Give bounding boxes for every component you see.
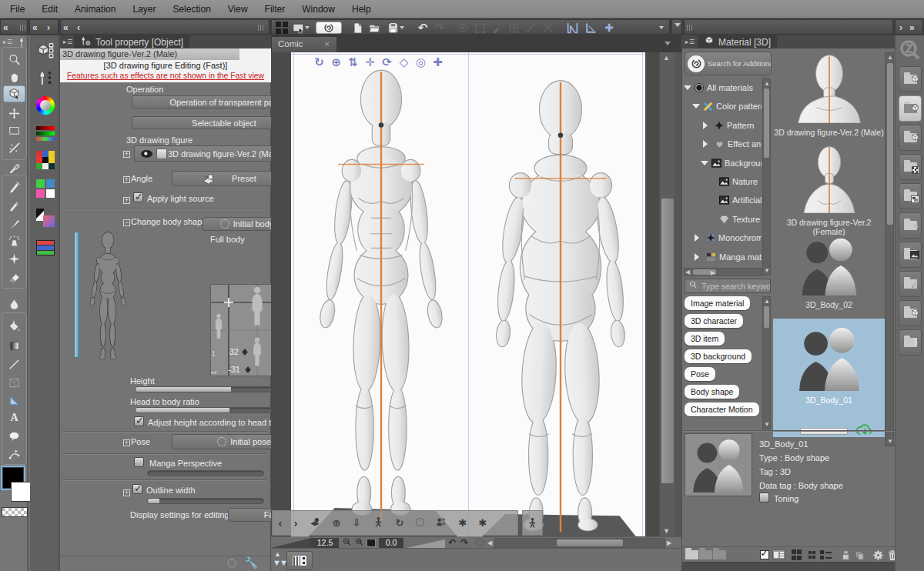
timeline-palette-button[interactable]: [286, 551, 313, 570]
material-folder-tab-folder-3d-b[interactable]: [899, 95, 922, 122]
launcher-next-button[interactable]: ›: [288, 512, 303, 534]
tree-item-monochromat[interactable]: Monochromat: [684, 229, 762, 247]
horizontal-scrollbar[interactable]: [494, 538, 665, 548]
gizmo-zoom-camera-icon[interactable]: ⇅: [346, 55, 360, 69]
checked-box-icon[interactable]: ✓: [758, 549, 771, 561]
canvas-tab-comic[interactable]: Comic✕: [271, 36, 337, 52]
outline-width-checkbox[interactable]: [132, 484, 142, 494]
tool-blend[interactable]: [3, 296, 25, 312]
tool-zoom[interactable]: [3, 51, 25, 68]
menu-filter[interactable]: Filter: [256, 4, 294, 15]
vertical-scrollbar[interactable]: ▲▼: [659, 52, 675, 536]
material-item[interactable]: 3D drawing figure-Ver.2 (Female): [773, 142, 885, 230]
transform-frame-icon[interactable]: [472, 21, 487, 35]
palette-color-set-icon[interactable]: [34, 149, 57, 172]
switch-screen-icon[interactable]: [290, 21, 306, 35]
snap-ruler-icon[interactable]: [564, 21, 580, 35]
material-folder-tab-folder-3d-c[interactable]: [899, 125, 922, 151]
menu-animation[interactable]: Animation: [66, 4, 124, 15]
expand-box-icon[interactable]: +: [123, 439, 130, 446]
switch-screen-dropdown-arrow[interactable]: [305, 26, 310, 32]
gizmo-move-object-icon[interactable]: ✛: [363, 55, 377, 69]
redo-icon[interactable]: ↷: [460, 537, 468, 548]
tree-item-pattern[interactable]: Pattern: [684, 116, 754, 135]
tool-fill[interactable]: [3, 318, 25, 335]
material-folder-tab-folder-3d-a[interactable]: [899, 66, 922, 92]
panel-menu-icon[interactable]: ▸☰: [3, 38, 13, 45]
palette-timeline-icon[interactable]: [34, 236, 57, 259]
grid-large-icon[interactable]: [790, 549, 803, 561]
tool-figure[interactable]: [3, 392, 25, 409]
gizmo-pan-camera-icon[interactable]: ⊕: [330, 55, 343, 69]
material-vertical-scrollbar[interactable]: ▲▼: [885, 52, 894, 446]
tool-airbrush[interactable]: [3, 232, 25, 249]
tree-horizontal-scrollbar[interactable]: ◀▶: [684, 268, 762, 276]
tool-decoration[interactable]: [3, 250, 25, 267]
launcher-joint-lock-a-button[interactable]: ✱: [453, 512, 473, 534]
launcher-focus-button[interactable]: ⊕: [326, 512, 346, 534]
background-color-swatch[interactable]: [11, 482, 31, 502]
scrollbar-thumb[interactable]: ▶: [693, 269, 716, 275]
tool-frame-border[interactable]: [3, 374, 25, 391]
gizmo-rotate-camera-icon[interactable]: ↻: [313, 55, 326, 69]
scrollbar-thumb[interactable]: [764, 306, 769, 328]
clip-studio-logo-icon[interactable]: [314, 21, 343, 35]
material-folder-tab-folder-pen[interactable]: [899, 271, 922, 297]
toning-checkbox[interactable]: [759, 493, 769, 503]
launcher-joint-lock-b-button[interactable]: ✱: [473, 512, 493, 534]
scrollbar-thumb[interactable]: [661, 199, 674, 483]
material-folder-tab-folder-effect[interactable]: ✵: [899, 212, 922, 239]
redo-icon[interactable]: ↷: [432, 21, 447, 35]
panel-splitter[interactable]: [675, 52, 681, 536]
menu-selection[interactable]: Selection: [164, 4, 219, 15]
tab-bar-menu-icon[interactable]: [665, 42, 671, 48]
save-file-icon[interactable]: [385, 21, 400, 35]
collapse-arrow-icon[interactable]: «: [3, 22, 8, 34]
tag-3d-background[interactable]: 3D background: [685, 349, 752, 363]
tag-vertical-scrollbar[interactable]: ▲▼: [762, 296, 771, 429]
spinner-control[interactable]: [245, 366, 252, 375]
figure-male-heavy[interactable]: [485, 72, 636, 534]
scroll-up-icon[interactable]: ▲: [764, 80, 770, 87]
palette-color-history-icon[interactable]: [34, 177, 57, 200]
manga-perspective-checkbox[interactable]: [134, 457, 144, 467]
search-additional-button[interactable]: Search for Additional: [685, 52, 772, 75]
toolbar-overflow-button[interactable]: [671, 19, 682, 35]
collapse-arrow-icon[interactable]: «: [32, 22, 38, 34]
tool-line[interactable]: [3, 356, 25, 372]
hscroll-right-icon[interactable]: ▶: [667, 539, 671, 546]
manga-perspective-slider[interactable]: [147, 470, 264, 476]
snap-special-icon[interactable]: [583, 21, 598, 35]
material-folder-tab-folder-3d-d[interactable]: [899, 300, 922, 326]
launcher-init-ring-button[interactable]: [410, 512, 430, 534]
scroll-up-icon[interactable]: ▲: [887, 54, 893, 61]
tree-collapse-arrow-icon[interactable]: [684, 85, 691, 94]
card-view-icon[interactable]: [772, 549, 785, 561]
tool-brush[interactable]: [3, 215, 25, 232]
canvas-viewport[interactable]: ↻⊕⇅✛⟳◇◎✚‹›⊕⇩↻✱✱▲▼: [271, 52, 681, 536]
expand-all-arrow-icon[interactable]: »: [909, 22, 915, 34]
reset-ring-icon[interactable]: [476, 539, 484, 546]
expand-box-icon[interactable]: +: [123, 197, 130, 204]
launcher-to-ground-button[interactable]: ⇩: [346, 512, 367, 534]
launcher-camera-preset-button[interactable]: [303, 512, 326, 534]
tree-item-all-materials[interactable]: All materials: [684, 78, 753, 97]
adjust-height-checkbox[interactable]: [134, 416, 144, 426]
material-item[interactable]: 3D_Body_01: [773, 319, 885, 437]
tool-correct-line[interactable]: [3, 446, 25, 462]
gizmo-rotate-object-icon[interactable]: ⟳: [380, 55, 393, 69]
panel-menu-icon[interactable]: ▸☰: [685, 38, 695, 45]
material-item[interactable]: 3D drawing figure-Ver.2 (Male): [773, 52, 885, 140]
open-file-icon[interactable]: [367, 21, 382, 35]
tree-expand-arrow-icon[interactable]: [695, 234, 703, 242]
tool-selection[interactable]: [3, 122, 25, 139]
scroll-down-icon[interactable]: ▼: [887, 438, 893, 445]
folder-move-icon[interactable]: [713, 549, 726, 561]
toolbar-more-icon[interactable]: [659, 26, 664, 32]
tool-balloon[interactable]: [3, 428, 25, 445]
launcher-pose-person-button[interactable]: [522, 510, 543, 536]
tool-text[interactable]: A: [3, 409, 25, 426]
collapse-box-icon[interactable]: −: [123, 219, 130, 226]
quick-search-icon[interactable]: [898, 38, 922, 62]
tag-3d-item[interactable]: 3D item: [685, 332, 725, 346]
